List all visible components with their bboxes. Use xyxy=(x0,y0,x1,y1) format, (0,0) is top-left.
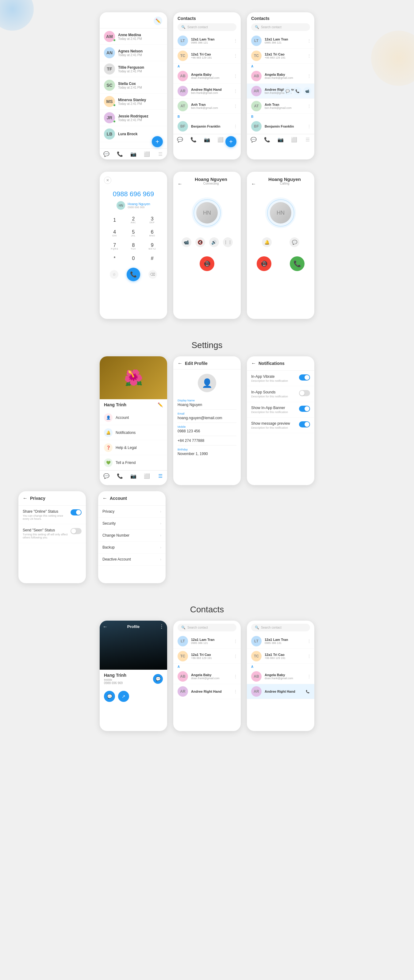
contact-benjamin[interactable]: BF Benjamin Franklin ⋮ xyxy=(173,119,241,134)
more-icon[interactable]: ⋮ xyxy=(233,73,238,78)
back-arrow-icon[interactable]: ← xyxy=(178,181,183,187)
more-icon[interactable]: ⋮ xyxy=(233,89,238,94)
more-icon[interactable]: ⋮ xyxy=(307,53,311,58)
edit-profile-icon[interactable]: ✏️ xyxy=(158,402,163,407)
nav-camera[interactable]: 📷 xyxy=(127,473,140,479)
contact-anh-2[interactable]: AT Anh Tran ben.frank@gmail.com ⋮ xyxy=(247,99,314,114)
display-name-value[interactable]: Hoang Nguyen xyxy=(178,402,236,407)
nav-chat[interactable]: 💬 xyxy=(247,137,260,143)
more-icon[interactable]: ⋮ xyxy=(233,654,238,659)
nav-chat[interactable]: 💬 xyxy=(100,151,113,157)
sounds-toggle[interactable] xyxy=(299,390,310,396)
mute-ctrl-icon[interactable]: 🔇 xyxy=(195,237,205,247)
email-value[interactable]: hoang.nguyen@lemail.com xyxy=(178,416,236,420)
more-icon[interactable]: ⋮ xyxy=(233,124,238,129)
nav-call[interactable]: 📞 xyxy=(260,137,274,143)
backup-item[interactable]: Backup › xyxy=(98,541,166,554)
answer-call-button[interactable]: 📞 xyxy=(290,256,304,271)
chat-item-minerva[interactable]: MS Minerva Stanley Today at 2:41 PM xyxy=(100,94,167,110)
contact-tri-2[interactable]: TC 12a1 Tri Cao +86 883 129 191 ⋮ xyxy=(247,48,314,64)
dialer-close-btn[interactable]: ✕ xyxy=(104,177,111,184)
contact-tri-b2[interactable]: TC 12a1 Tri Cao +86 883 129 191 ⋮ xyxy=(247,649,314,664)
speaker-ctrl-icon[interactable]: 🔊 xyxy=(209,237,219,247)
key-3[interactable]: 3DEF xyxy=(143,214,161,226)
search-bar[interactable]: 🔍 Search contact xyxy=(178,23,236,31)
message-ctrl-icon[interactable]: 💬 xyxy=(290,237,299,247)
settings-friend-item[interactable]: 💚 Tell a Friend xyxy=(100,455,167,470)
privacy-back-icon[interactable]: ← xyxy=(23,496,28,501)
key-5[interactable]: 5JKL xyxy=(124,227,142,239)
more-icon[interactable]: ⋮ xyxy=(233,53,238,58)
video-ctrl-icon[interactable]: 📹 xyxy=(182,237,191,247)
call-action-btn[interactable]: 📞 xyxy=(293,87,301,95)
contact-anh[interactable]: AT Anh Tran ben.frank@gmail.com ⋮ xyxy=(173,99,241,114)
contacts-search-1[interactable]: 🔍 Search contact xyxy=(178,624,236,632)
chat-item-jessie[interactable]: JR Jessie Rodriquez Today at 2:41 PM xyxy=(100,110,167,126)
key-0[interactable]: 0 xyxy=(124,254,142,263)
chat-item-stella[interactable]: SC Stella Cox Today at 2:41 PM xyxy=(100,77,167,94)
contact-tri[interactable]: TC 12a1 Tri Cao +86 883 129 191 ⋮ xyxy=(173,48,241,64)
nav-media[interactable]: ⬜ xyxy=(287,137,301,143)
settings-help-item[interactable]: ❓ Help & Legal xyxy=(100,440,167,455)
nav-camera[interactable]: 📷 xyxy=(274,137,287,143)
seen-status-toggle[interactable] xyxy=(70,528,81,534)
contact-andree-b2[interactable]: AR Andree Right Hand 📞 xyxy=(247,684,314,699)
nav-call[interactable]: 📞 xyxy=(113,151,127,157)
key-star[interactable]: * xyxy=(106,254,123,263)
andree-call-btn[interactable]: 📞 xyxy=(304,688,311,695)
contact-lam[interactable]: LT 12a1 Lam Tran 0985 386 121 ⋮ xyxy=(173,33,241,48)
contact-andree-active[interactable]: AR Andree Right Hand ben.frank@gmail.com… xyxy=(247,84,314,99)
contact-angela-2[interactable]: AB Angela Baby doan.frank@gmail.com ⋮ xyxy=(247,69,314,84)
more-icon[interactable]: ⋮ xyxy=(233,674,238,679)
more-icon[interactable]: ⋮ xyxy=(233,38,238,43)
nav-menu[interactable]: ☰ xyxy=(301,137,314,143)
nav-chat[interactable]: 💬 xyxy=(173,137,187,143)
profile-chat-fab[interactable]: 💬 xyxy=(153,674,163,684)
end-call-button[interactable]: 📵 xyxy=(200,256,214,271)
more-icon[interactable]: ⋮ xyxy=(307,639,311,644)
contact-andree[interactable]: AR Andree Right Hand ben.frank@gmail.com… xyxy=(173,84,241,99)
online-status-toggle[interactable] xyxy=(70,509,81,515)
nav-chat[interactable]: 💬 xyxy=(100,473,113,479)
video-action-btn[interactable]: 📹 xyxy=(303,87,311,95)
chat-item-anne[interactable]: AM Anne Medina Today at 2:41 PM xyxy=(100,29,167,45)
change-number-item[interactable]: Change Number › xyxy=(98,530,166,541)
nav-media[interactable]: ⬜ xyxy=(140,473,154,479)
notif-back-icon[interactable]: ← xyxy=(251,361,256,366)
new-chat-fab[interactable]: + xyxy=(152,136,163,147)
back-arrow-icon-2[interactable]: ← xyxy=(251,181,256,187)
account-back-icon[interactable]: ← xyxy=(102,496,107,501)
end-call-button-2[interactable]: 📵 xyxy=(257,256,271,271)
key-7[interactable]: 7PQRS xyxy=(106,240,123,252)
contacts-search-2[interactable]: 🔍 Search contact xyxy=(251,624,310,632)
deactive-item[interactable]: Deactive Account › xyxy=(98,554,166,565)
message-action-btn[interactable]: 💬 xyxy=(283,87,291,95)
vibrate-toggle[interactable] xyxy=(299,374,310,380)
contact-benjamin-2[interactable]: BF Benjamin Franklin ⋮ xyxy=(247,119,314,134)
contact-angela-b1[interactable]: AB Angela Baby doan.frank@gmail.com ⋮ xyxy=(173,669,241,684)
mobile2-value[interactable]: +84 274 777888 xyxy=(178,439,236,443)
contact-lam-b2[interactable]: LT 12a1 Lam Tran 0985 386 131 ⋮ xyxy=(247,634,314,649)
more-icon[interactable]: ⋮ xyxy=(233,639,238,644)
backspace-icon[interactable]: ⌫ xyxy=(148,270,157,279)
nav-menu-active[interactable]: ☰ xyxy=(154,473,167,479)
contact-angela[interactable]: AB Angela Baby doan.frank@gmail.com ⋮ xyxy=(173,69,241,84)
more-icon[interactable]: ⋮ xyxy=(307,73,311,78)
more-icon[interactable]: ⋮ xyxy=(307,674,311,679)
security-account-item[interactable]: Security › xyxy=(98,518,166,530)
more-icon[interactable]: ⋮ xyxy=(307,38,311,43)
edit-avatar[interactable]: 👤 xyxy=(198,374,216,392)
key-2[interactable]: 2ABC xyxy=(124,214,142,226)
settings-account-item[interactable]: 👤 Account xyxy=(100,410,167,425)
key-hash[interactable]: # xyxy=(143,254,161,263)
chat-item-agnes[interactable]: AN Agnes Nelson Today at 2:41 PM xyxy=(100,45,167,61)
contact-andree-b1[interactable]: AR Andree Right Hand ⋮ xyxy=(173,684,241,699)
more-icon[interactable]: ⋮ xyxy=(233,689,238,694)
preview-toggle[interactable] xyxy=(299,421,310,428)
more-icon[interactable]: ⋮ xyxy=(307,103,311,108)
edit-back-icon[interactable]: ← xyxy=(178,361,183,366)
search-bar-2[interactable]: 🔍 Search contact xyxy=(251,23,310,31)
key-8[interactable]: 8TUV xyxy=(124,240,142,252)
chat-item-tillie[interactable]: TF Tillie Ferguson Today at 2:41 PM xyxy=(100,61,167,77)
profile-back-icon[interactable]: ← xyxy=(103,624,108,630)
